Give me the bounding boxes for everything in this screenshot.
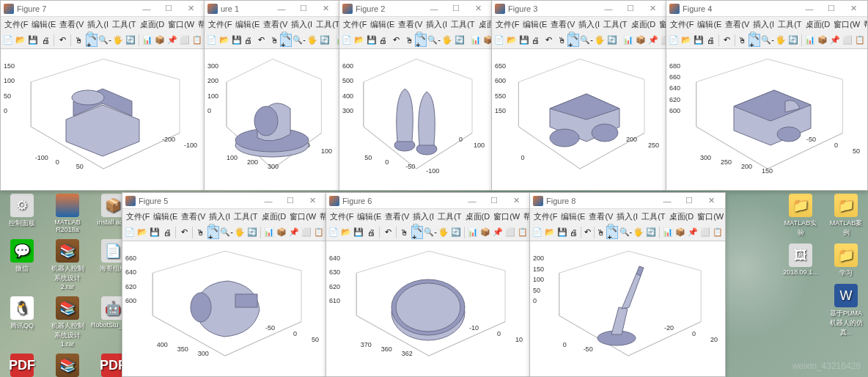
toolbar-button[interactable]: 🖐 (633, 226, 644, 239)
minimize-button[interactable]: — (271, 2, 293, 15)
toolbar-button[interactable]: 📦 (817, 34, 828, 47)
toolbar-button[interactable]: 📂 (680, 34, 692, 47)
toolbar-button[interactable]: 💾 (27, 34, 39, 47)
menu-desktop[interactable]: 桌面(D (478, 19, 492, 30)
titlebar[interactable]: Figure 6 — ☐ ✕ (326, 193, 530, 209)
desktop-icon[interactable]: 📁MATLAB案例 (828, 194, 864, 238)
menu-view[interactable]: 查看(V (180, 211, 206, 222)
toolbar-button[interactable]: 🔍- (761, 34, 774, 47)
maximize-button[interactable]: ☐ (445, 2, 467, 15)
close-button[interactable]: ✕ (467, 2, 489, 15)
toolbar-button[interactable]: 🖨 (531, 34, 540, 47)
toolbar-button[interactable]: ↶ (584, 226, 592, 239)
menu-desktop[interactable]: 桌面(D (805, 19, 831, 30)
titlebar[interactable]: Figure 3 — ☐ ✕ (492, 1, 666, 17)
toolbar-button[interactable]: 🖱 (195, 226, 207, 239)
toolbar-button[interactable]: 🔍+ (280, 34, 292, 47)
titlebar[interactable]: Figure 2 — ☐ ✕ (339, 1, 492, 17)
minimize-button[interactable]: — (798, 2, 820, 15)
toolbar-button[interactable]: 📄 (668, 34, 680, 47)
toolbar-button[interactable]: 📊 (804, 34, 816, 47)
toolbar-button[interactable]: ↶ (721, 34, 732, 47)
figure-window-fig1[interactable]: ure 1 — ☐ ✕文件(F编辑(E查看(V插入(I工具(T桌面(D窗口(W帮… (204, 0, 340, 191)
menu-file[interactable]: 文件(F (669, 19, 694, 30)
toolbar-button[interactable]: 🔄 (246, 226, 258, 239)
toolbar-button[interactable]: 🖐 (112, 34, 124, 47)
titlebar[interactable]: Figure 5 — ☐ ✕ (122, 193, 326, 209)
menu-edit[interactable]: 编辑(E (560, 211, 586, 222)
maximize-button[interactable]: ☐ (820, 2, 842, 15)
toolbar-button[interactable]: 📂 (218, 34, 230, 47)
menu-tools[interactable]: 工具(T (641, 211, 666, 222)
menu-insert[interactable]: 插入(I (578, 19, 600, 30)
desktop-icon[interactable]: ⚙控制面板 (4, 194, 40, 233)
toolbar-button[interactable]: 💾 (231, 34, 243, 47)
menu-view[interactable]: 查看(V (59, 19, 84, 30)
close-button[interactable]: ✕ (505, 194, 527, 208)
menu-edit[interactable]: 编辑(E (152, 211, 178, 222)
plot-area[interactable]: 680660640620600300250200150-50050 (666, 49, 867, 190)
toolbar-button[interactable]: 🖱 (596, 226, 606, 239)
menu-desktop[interactable]: 桌面(D (465, 211, 491, 222)
desktop-icon[interactable]: 📁学习 (828, 244, 864, 278)
toolbar-button[interactable]: 💾 (556, 226, 568, 239)
menu-window[interactable]: 窗口(W (493, 211, 521, 222)
toolbar-button[interactable]: 📊 (622, 34, 634, 47)
toolbar-button[interactable]: 📋 (313, 226, 325, 239)
toolbar-button[interactable]: 🖐 (775, 34, 787, 47)
toolbar-button[interactable]: 🖱 (737, 34, 748, 47)
toolbar-button[interactable]: 🔄 (450, 226, 462, 239)
toolbar-button[interactable]: 🔄 (787, 34, 799, 47)
menu-view[interactable]: 查看(V (588, 211, 614, 222)
menu-file[interactable]: 文件(F (342, 19, 367, 30)
toolbar-button[interactable]: ↶ (545, 34, 553, 47)
toolbar-button[interactable]: 🖐 (438, 226, 449, 239)
minimize-button[interactable]: — (597, 2, 619, 15)
toolbar-button[interactable]: 🖱 (270, 34, 279, 47)
toolbar-button[interactable]: 💾 (149, 226, 161, 239)
maximize-button[interactable]: ☐ (279, 194, 301, 208)
menu-file[interactable]: 文件(F (207, 19, 232, 30)
toolbar-button[interactable]: 🖨 (705, 34, 716, 47)
desktop-icon[interactable]: 🖼2018.09.1... (783, 244, 818, 278)
toolbar-button[interactable]: ↶ (257, 34, 265, 47)
desktop-icon[interactable]: 🐧腾讯QQ (4, 296, 40, 348)
toolbar-button[interactable]: 📌 (492, 226, 504, 239)
toolbar-button[interactable]: 💾 (518, 34, 530, 47)
figure-window-fig6[interactable]: Figure 6 — ☐ ✕文件(F编辑(E查看(V插入(I工具(T桌面(D窗口… (326, 192, 531, 377)
toolbar-button[interactable]: 🖐 (441, 34, 453, 47)
menu-file[interactable]: 文件(F (495, 19, 520, 30)
plot-area[interactable]: 2001501005000-50-20020 (530, 241, 725, 376)
menu-insert[interactable]: 插入(I (208, 211, 231, 222)
close-button[interactable]: ✕ (180, 2, 202, 15)
figure-window-fig4[interactable]: Figure 4 — ☐ ✕文件(F编辑(E查看(V插入(I工具(T桌面(D窗口… (666, 0, 868, 191)
toolbar-button[interactable]: 🖱 (405, 34, 414, 47)
toolbar-button[interactable]: 📋 (712, 226, 724, 239)
toolbar-button[interactable]: 🔍+ (86, 34, 98, 47)
toolbar-button[interactable]: 📄 (532, 226, 543, 239)
toolbar-button[interactable]: 📋 (854, 34, 866, 47)
toolbar-button[interactable]: 📊 (470, 34, 482, 47)
toolbar-button[interactable]: 📂 (340, 226, 352, 239)
maximize-button[interactable]: ☐ (158, 2, 180, 15)
menu-edit[interactable]: 编辑(E (696, 19, 722, 30)
plot-area[interactable]: 3002001000100200300-1000100 (205, 49, 339, 190)
toolbar-button[interactable]: 📋 (517, 226, 529, 239)
toolbar-button[interactable]: 📊 (467, 226, 479, 239)
toolbar-button[interactable]: 🔍+ (749, 34, 760, 47)
menu-tools[interactable]: 工具(T (111, 19, 136, 30)
desktop-icon[interactable]: 💬微信 (4, 239, 40, 290)
menu-view[interactable]: 查看(V (384, 211, 410, 222)
toolbar-button[interactable]: 📂 (136, 226, 148, 239)
toolbar-button[interactable]: 💾 (366, 34, 378, 47)
figure-window-fig3[interactable]: Figure 3 — ☐ ✕文件(F编辑(E查看(V插入(I工具(T桌面(D窗口… (491, 0, 667, 191)
menu-edit[interactable]: 编辑(E (235, 19, 260, 30)
menu-tools[interactable]: 工具(T (777, 19, 802, 30)
toolbar-button[interactable]: 📂 (15, 34, 26, 47)
plot-area[interactable]: 150100500-100050-200-100 (1, 49, 205, 190)
toolbar-button[interactable]: ↶ (392, 34, 400, 47)
toolbar-button[interactable]: 📦 (635, 34, 647, 47)
toolbar-button[interactable]: 🔄 (454, 34, 466, 47)
toolbar-button[interactable]: 🔄 (645, 226, 657, 239)
figure-window-fig8[interactable]: Figure 8 — ☐ ✕文件(F编辑(E查看(V插入(I工具(T桌面(D窗口… (529, 192, 726, 377)
